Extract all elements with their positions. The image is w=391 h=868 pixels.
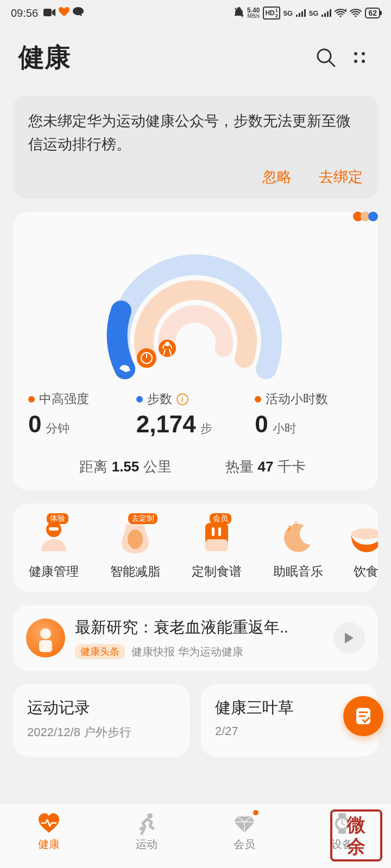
more-button[interactable]	[346, 44, 373, 71]
page-title: 健康	[18, 40, 313, 75]
dot-orange-icon	[28, 396, 35, 403]
info-icon[interactable]: i	[176, 393, 188, 405]
nav-member[interactable]: 会员	[195, 809, 293, 868]
sim1-icon: 5G	[283, 9, 293, 17]
bind-wechat-banner: 您未绑定华为运动健康公众号，步数无法更新至微信运动排行榜。 忽略 去绑定	[13, 95, 378, 199]
svg-rect-4	[301, 11, 303, 17]
exercise-title: 运动记录	[27, 697, 176, 719]
svg-text:微: 微	[346, 814, 366, 835]
hours-unit: 小时	[273, 420, 297, 437]
svg-line-14	[329, 61, 335, 66]
steps-value: 2,174	[136, 411, 196, 438]
mute-icon	[234, 7, 244, 20]
svg-point-40	[147, 813, 153, 819]
status-time: 09:56	[11, 7, 38, 20]
activity-rings	[28, 222, 363, 391]
svg-rect-30	[212, 527, 215, 536]
news-sub: 健康快报 华为运动健康	[131, 644, 243, 659]
more-dots-icon	[352, 50, 367, 65]
svg-rect-2	[296, 15, 298, 17]
svg-rect-26	[49, 527, 59, 531]
nav-exercise[interactable]: 运动	[98, 809, 195, 868]
shortcut-badge: 会员	[210, 513, 231, 524]
shortcut-fat-loss[interactable]: 去定制 智能减脂	[94, 518, 176, 580]
heart-icon	[59, 7, 70, 20]
metric-intensity: 中高强度 0 分钟	[28, 391, 136, 438]
exercise-record-card[interactable]: 运动记录 2022/12/8 户外步行	[13, 684, 190, 757]
svg-point-35	[40, 628, 51, 639]
shortcut-recipe[interactable]: 会员 定制食谱	[176, 518, 257, 580]
shortcut-badge: 去定制	[128, 513, 157, 524]
banner-text: 您未绑定华为运动健康公众号，步数无法更新至微信运动排行榜。	[28, 110, 363, 156]
svg-rect-31	[218, 527, 221, 536]
card-view-toggle[interactable]	[353, 212, 378, 221]
play-icon	[344, 632, 355, 644]
svg-point-10	[340, 15, 342, 17]
shortcut-row[interactable]: 体验 健康管理 去定制 智能减脂 会员 定制食谱	[13, 503, 378, 592]
news-thumb	[26, 618, 65, 658]
clover-fab[interactable]	[343, 696, 383, 736]
steps-label: 步数	[147, 391, 172, 407]
net-unit: MB/s	[248, 14, 260, 19]
svg-rect-5	[304, 9, 306, 17]
news-card[interactable]: 最新研究：衰老血液能重返年.. 健康头条 健康快报 华为运动健康	[13, 605, 378, 671]
svg-text:♪: ♪	[287, 522, 292, 533]
clover-card[interactable]: 健康三叶草 2/27	[201, 684, 378, 757]
shortcut-health-manage[interactable]: 体验 健康管理	[13, 518, 94, 580]
signal-bars-sim1	[296, 9, 306, 17]
svg-rect-8	[327, 11, 329, 17]
svg-point-18	[362, 60, 365, 63]
sim2-icon: 5G	[309, 9, 318, 17]
moon-music-icon: ♪ ♫	[279, 518, 317, 556]
bowl-icon	[347, 518, 378, 556]
search-icon	[316, 47, 336, 68]
shortcut-label: 健康管理	[29, 563, 79, 580]
svg-point-34	[351, 528, 378, 539]
shortcut-sleep-music[interactable]: ♪ ♫ 助眠音乐	[257, 518, 339, 580]
svg-rect-7	[324, 13, 326, 17]
steps-unit: 步	[200, 420, 212, 437]
activity-card[interactable]: 中高强度 0 分钟 步数 i 2,174 步 活动小时数	[13, 212, 378, 490]
clover-title: 健康三叶草	[215, 697, 364, 719]
svg-point-27	[128, 529, 143, 549]
diamond-icon	[233, 812, 256, 835]
app-header: 健康	[0, 26, 391, 80]
svg-rect-9	[330, 9, 331, 17]
shortcut-diet[interactable]: 饮食	[339, 518, 378, 580]
search-button[interactable]	[313, 44, 339, 71]
banner-ignore-button[interactable]: 忽略	[262, 167, 292, 187]
video-icon	[43, 7, 55, 20]
nav-label: 健康	[38, 837, 60, 852]
banner-bind-button[interactable]: 去绑定	[319, 167, 363, 187]
hours-value: 0	[255, 411, 268, 438]
hours-label: 活动小时数	[266, 391, 328, 407]
news-play-button[interactable]	[333, 622, 365, 654]
dot-blue-icon	[136, 396, 143, 403]
calories-text: 热量 47 千卡	[195, 457, 336, 476]
shortcut-label: 饮食	[354, 563, 378, 580]
svg-rect-0	[43, 9, 52, 16]
news-tag: 健康头条	[75, 644, 125, 659]
runner-icon	[135, 812, 158, 835]
svg-text:+: +	[344, 9, 346, 13]
nav-label: 会员	[234, 837, 255, 852]
news-title: 最新研究：衰老血液能重返年..	[75, 617, 324, 639]
shortcut-label: 智能减脂	[110, 563, 160, 580]
svg-text:余: 余	[346, 836, 365, 857]
shortcut-label: 助眠音乐	[273, 563, 323, 580]
nav-label: 运动	[136, 837, 157, 852]
intensity-unit: 分钟	[46, 420, 70, 437]
intensity-label: 中高强度	[39, 391, 89, 407]
svg-point-15	[354, 52, 357, 55]
svg-text:♫: ♫	[293, 519, 298, 527]
svg-point-17	[354, 60, 357, 63]
clover-sub: 2/27	[215, 724, 364, 738]
svg-rect-6	[321, 15, 323, 17]
hd-badge: HD	[265, 9, 274, 17]
watermark-stamp: 微 余	[330, 809, 382, 861]
signal-bars-sim2	[321, 9, 331, 17]
nav-health[interactable]: 健康	[0, 809, 98, 868]
status-bar: 09:56 5.40 MB/s HD12 5G 5G + 62	[0, 0, 391, 26]
shortcut-label: 定制食谱	[192, 563, 242, 580]
wifi-icon	[350, 9, 362, 17]
